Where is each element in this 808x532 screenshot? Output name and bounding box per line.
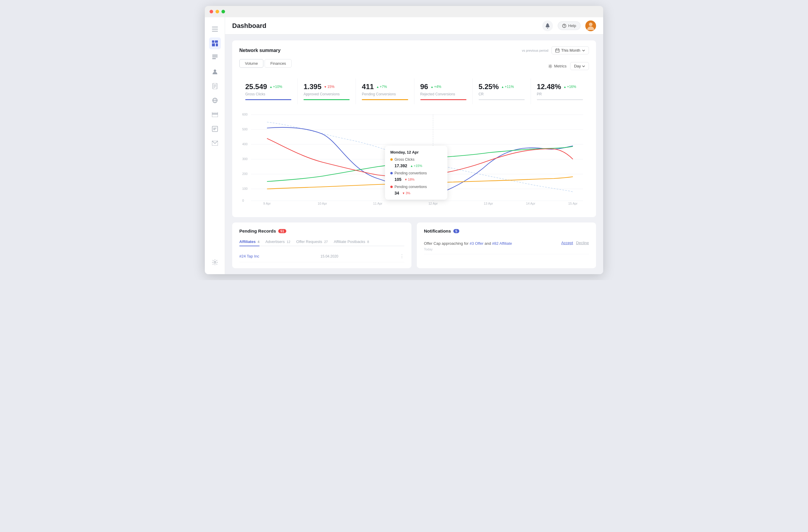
svg-text:13 Apr: 13 Apr [484, 202, 493, 205]
record-link[interactable]: #24 Tap Inc [239, 254, 259, 259]
rejected-conv-label: Rejected Conversions [420, 92, 466, 96]
rejected-conv-value: 96 +4% [420, 82, 466, 91]
tooltip-change-0: +15% [410, 164, 422, 168]
chevron-down-icon [582, 50, 585, 51]
stat-rejected-conversions: 96 +4% Rejected Conversions [415, 78, 473, 104]
cr-bar [479, 99, 525, 100]
volume-finances-tabs: Volume Finances [239, 59, 292, 68]
svg-text:12 Apr: 12 Apr [428, 202, 438, 205]
sidebar-item-users[interactable] [209, 66, 221, 78]
svg-text:600: 600 [242, 113, 247, 116]
minimize-dot[interactable] [216, 10, 219, 13]
metrics-button[interactable]: Metrics [548, 64, 567, 68]
vs-period-label: vs previous period [522, 49, 548, 52]
sidebar-item-postbacks[interactable] [209, 123, 221, 135]
day-label: Day [574, 64, 581, 68]
chart-container: 600 500 400 300 200 100 0 [239, 110, 589, 211]
svg-text:400: 400 [242, 142, 247, 146]
sidebar-item-reports[interactable] [209, 52, 221, 63]
day-selector[interactable]: Day [570, 62, 589, 70]
pr-bar [537, 99, 583, 100]
day-chevron-icon [582, 65, 585, 67]
card-header: Network summary vs previous period This … [239, 46, 589, 54]
tooltip-dot-1 [390, 172, 393, 174]
pending-tab-advertisers[interactable]: Advertisers 12 [265, 238, 291, 246]
notifications-title: Notifications 5 [424, 228, 589, 233]
tooltip-val-2: 34 [394, 191, 399, 195]
pending-conv-bar [362, 99, 408, 100]
app-layout: Dashboard Help [205, 17, 603, 274]
stat-pr: 12.48% +16% PR [531, 78, 589, 104]
pending-records-tabs: Affiliates 4 Advertisers 12 Offer Reques… [239, 238, 404, 246]
notif-content: Offer Cap approaching for #3 Offer and #… [424, 241, 512, 251]
pending-tab-postbacks[interactable]: Affiliate Postbacks 8 [334, 238, 369, 246]
tooltip-change-1: 18% [404, 178, 415, 181]
period-controls: vs previous period This Month [522, 46, 589, 54]
pending-conv-value: 411 +7% [362, 82, 408, 91]
period-selector-button[interactable]: This Month [551, 46, 589, 54]
svg-rect-2 [212, 31, 218, 32]
network-summary-card: Network summary vs previous period This … [232, 40, 596, 217]
gross-clicks-label: Gross Clicks [245, 92, 291, 96]
tooltip-dot-0 [390, 158, 393, 161]
help-label: Help [568, 23, 576, 28]
stat-approved-conversions: 1.395 15% Approved Conversions [298, 78, 356, 104]
pending-tab-offer-requests[interactable]: Offer Requests 27 [296, 238, 328, 246]
cr-value: 5.25% +11% [479, 82, 525, 91]
stat-pending-conversions: 411 +7% Pending Conversions [356, 78, 414, 104]
notifications-badge: 5 [453, 229, 459, 233]
accept-button[interactable]: Accept [561, 241, 573, 245]
svg-rect-14 [214, 87, 215, 88]
svg-text:15 Apr: 15 Apr [568, 202, 577, 205]
tab-finances[interactable]: Finances [264, 59, 292, 68]
notif-link-affiliate[interactable]: #82 Affiliate [492, 241, 512, 246]
cr-label: CR [479, 92, 525, 96]
sidebar-item-mail[interactable] [209, 137, 221, 149]
offer-requests-count: 27 [324, 240, 328, 244]
stat-cr: 5.25% +11% CR [473, 78, 531, 104]
tab-volume[interactable]: Volume [239, 59, 263, 68]
sidebar-item-billing[interactable] [209, 109, 221, 120]
svg-point-25 [564, 27, 565, 27]
sidebar-item-globe[interactable] [209, 94, 221, 106]
period-label: This Month [561, 48, 580, 53]
cr-change: +11% [501, 85, 514, 89]
svg-rect-13 [214, 86, 216, 87]
svg-text:100: 100 [242, 187, 247, 190]
user-avatar[interactable] [585, 20, 596, 31]
notif-link-offer[interactable]: #3 Offer [470, 241, 484, 246]
stats-row: 25.549 +10% Gross Clicks 1.395 15% App [239, 78, 589, 104]
postbacks-count: 8 [367, 240, 369, 244]
maximize-dot[interactable] [221, 10, 225, 13]
more-icon[interactable]: ⋮ [400, 253, 404, 259]
svg-rect-28 [556, 49, 559, 52]
tooltip-row-1: Pending convertions [390, 171, 442, 175]
svg-text:10 Apr: 10 Apr [318, 202, 327, 205]
svg-rect-6 [216, 43, 218, 46]
svg-point-22 [214, 261, 216, 263]
gross-clicks-bar [245, 99, 291, 100]
decline-button[interactable]: Decline [576, 241, 589, 245]
approved-conv-change: 15% [324, 85, 334, 89]
tooltip-val-0: 17.392 [394, 164, 407, 168]
notifications-button[interactable] [542, 20, 553, 31]
close-dot[interactable] [209, 10, 213, 13]
page-title: Dashboard [232, 22, 267, 30]
help-button[interactable]: Help [558, 21, 581, 30]
sidebar-item-dashboard[interactable] [209, 37, 221, 49]
sidebar [205, 17, 225, 274]
tooltip-date: Monday, 12 Apr [390, 150, 442, 154]
sidebar-item-menu[interactable] [209, 23, 221, 35]
calendar-icon [555, 49, 559, 53]
svg-rect-0 [212, 27, 218, 27]
notif-actions: Accept Decline [561, 241, 589, 245]
titlebar [205, 6, 603, 17]
svg-rect-1 [212, 29, 218, 30]
sidebar-item-offers[interactable] [209, 80, 221, 92]
sidebar-item-settings[interactable] [209, 256, 221, 268]
svg-text:0: 0 [242, 199, 244, 202]
header-actions: Help [542, 20, 596, 31]
rejected-conv-bar [420, 99, 466, 100]
svg-text:14 Apr: 14 Apr [526, 202, 535, 205]
pending-tab-affiliates[interactable]: Affiliates 4 [239, 238, 259, 246]
